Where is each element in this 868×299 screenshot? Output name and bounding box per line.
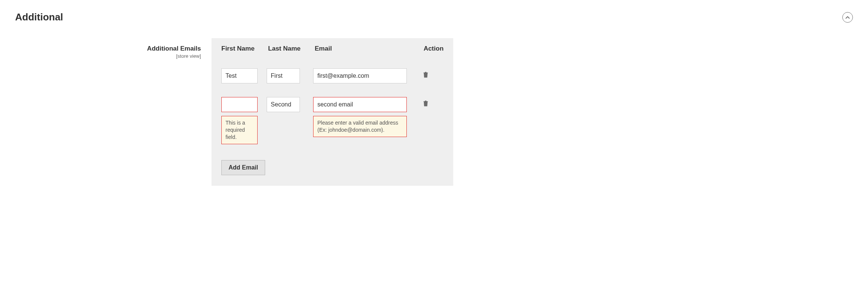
last-name-input[interactable]	[267, 68, 300, 83]
field-label: Additional Emails	[15, 45, 201, 52]
delete-row-button[interactable]	[422, 99, 429, 109]
column-header-last-name: Last Name	[263, 38, 309, 59]
trash-icon	[422, 103, 429, 109]
column-header-action: Action	[418, 38, 453, 59]
email-input[interactable]	[313, 68, 407, 83]
first-name-input[interactable]	[221, 97, 258, 112]
field-scope: [store view]	[15, 53, 201, 59]
trash-icon	[422, 74, 429, 80]
validation-error-email: Please enter a valid email address (Ex: …	[313, 116, 407, 137]
delete-row-button[interactable]	[422, 71, 429, 80]
chevron-up-icon	[845, 14, 850, 20]
emails-table: First Name Last Name Email Action	[212, 38, 453, 186]
first-name-input[interactable]	[221, 68, 258, 83]
table-row: This is a required field. Please enter a…	[212, 88, 453, 149]
section-title: Additional	[15, 11, 63, 23]
add-email-button[interactable]: Add Email	[221, 160, 265, 175]
collapse-toggle[interactable]	[842, 12, 853, 23]
validation-error-first-name: This is a required field.	[221, 116, 258, 144]
email-input[interactable]	[313, 97, 407, 112]
column-header-email: Email	[309, 38, 418, 59]
table-footer: Add Email	[212, 149, 453, 186]
table-row	[212, 59, 453, 88]
last-name-input[interactable]	[267, 97, 300, 112]
column-header-first-name: First Name	[212, 38, 263, 59]
